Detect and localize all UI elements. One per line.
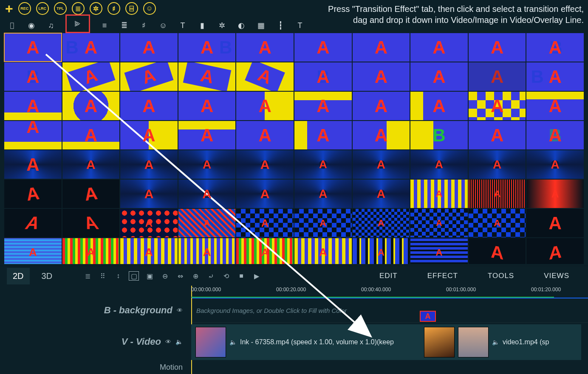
transition-tile[interactable]: A	[236, 238, 294, 264]
transition-tile[interactable]: A	[178, 238, 236, 264]
transition-tile[interactable]: A	[4, 209, 62, 237]
transition-tile[interactable]: A	[469, 209, 526, 237]
transition-tile[interactable]: A	[353, 150, 410, 179]
transition-tile[interactable]: A	[294, 92, 352, 120]
transition-tile[interactable]: A	[120, 33, 178, 62]
grid-icon[interactable]: ▦	[256, 20, 266, 31]
transition-tile[interactable]: BA	[526, 121, 584, 149]
visibility-icon[interactable]: 👁	[165, 338, 171, 345]
frame-icon[interactable]: ▢	[129, 271, 139, 281]
transition-tile[interactable]: BA	[178, 33, 236, 62]
time-ruler[interactable]: 00:00:00.000 00:00:20.000 00:00:40.000 0…	[191, 286, 588, 298]
transition-tile[interactable]: A	[410, 238, 468, 264]
transition-tile[interactable]: A	[526, 209, 584, 237]
align-icon[interactable]: ≣	[83, 271, 92, 281]
track-label-motion[interactable]: Motion	[0, 361, 183, 373]
transition-tile[interactable]: A	[469, 121, 526, 149]
transition-tile[interactable]: A	[294, 180, 352, 208]
tab-2d[interactable]: 2D	[7, 268, 30, 284]
transition-tile[interactable]: A	[469, 92, 526, 120]
text-icon[interactable]: T	[178, 20, 188, 31]
transition-marker[interactable]: A	[420, 311, 436, 322]
track-label-background[interactable]: B - background 👁	[0, 298, 183, 322]
transition-tile[interactable]: A	[4, 92, 62, 120]
transition-tile[interactable]: A	[294, 238, 352, 264]
track-label-video[interactable]: V - Video 👁 🔈	[0, 322, 183, 361]
transition-tile[interactable]: A	[4, 180, 62, 208]
transition-tile[interactable]: A	[294, 121, 352, 149]
mute-icon[interactable]: 🔈	[492, 339, 499, 346]
transition-tile[interactable]: A	[294, 33, 352, 62]
transition-tile[interactable]: A	[62, 150, 120, 179]
transition-tile[interactable]: BA	[526, 62, 584, 91]
undo-icon[interactable]: ⤾	[206, 271, 215, 281]
transition-tile[interactable]: A	[62, 121, 120, 149]
window-button[interactable]: ⌸	[125, 2, 138, 15]
bars-icon[interactable]: ┇	[275, 20, 286, 31]
menu-views[interactable]: VIEWS	[532, 272, 581, 280]
transition-tile[interactable]: A	[294, 150, 352, 179]
transition-tile[interactable]: A	[294, 209, 352, 237]
sort-icon[interactable]: ↕	[113, 271, 123, 281]
transition-tile[interactable]: A	[178, 62, 236, 91]
sparkle-button[interactable]: ✲	[90, 2, 102, 15]
transition-tile[interactable]: A	[353, 121, 410, 149]
background-lane[interactable]: Background Images, or Double Click to Fi…	[191, 298, 588, 322]
camera-icon[interactable]: ◉	[26, 20, 37, 31]
smiley-icon[interactable]: ☺	[158, 20, 168, 31]
transition-tile[interactable]: A	[62, 238, 120, 264]
zoomin-icon[interactable]: ⊕	[191, 271, 200, 281]
transition-tile[interactable]: A	[4, 238, 62, 264]
transition-tile[interactable]: A	[410, 62, 468, 91]
transition-tile[interactable]: A	[526, 238, 584, 264]
transition-tile[interactable]: A	[4, 121, 62, 149]
transition-tile[interactable]: A	[353, 209, 410, 237]
transition-tile[interactable]: A	[236, 209, 294, 237]
video-clip-2[interactable]: 🔈 video1.mp4 (sp	[420, 324, 581, 360]
transition-tile[interactable]: BA	[62, 33, 120, 62]
fit-icon[interactable]: ⇔	[175, 271, 185, 281]
transition-tile[interactable]: A	[526, 180, 584, 208]
transition-tile[interactable]: A	[120, 62, 178, 91]
transition-tile[interactable]: A	[120, 180, 178, 208]
transition-tile[interactable]: A	[469, 150, 526, 179]
transition-tile[interactable]: A	[236, 180, 294, 208]
transition-tile[interactable]: A	[178, 121, 236, 149]
transition-tile[interactable]: A	[236, 92, 294, 120]
music-icon[interactable]: ♫	[46, 20, 56, 31]
zoomout-icon[interactable]: ⊖	[160, 271, 170, 281]
tab-3d[interactable]: 3D	[36, 268, 59, 284]
mute-icon[interactable]: 🔈	[229, 339, 237, 346]
transition-tile[interactable]: A	[410, 180, 468, 208]
transition-tile[interactable]: A	[236, 121, 294, 149]
transition-tile[interactable]: BA	[526, 33, 584, 62]
add-icon[interactable]: +	[5, 1, 13, 17]
transition-tile[interactable]: A	[469, 62, 526, 91]
transition-tile[interactable]: A	[62, 92, 120, 120]
transition-tile[interactable]: A	[410, 209, 468, 237]
transition-tile[interactable]: A	[353, 33, 410, 62]
stop-icon[interactable]: ■	[237, 271, 246, 281]
redo-icon[interactable]: ⟲	[221, 271, 231, 281]
transition-tile[interactable]: A	[62, 62, 120, 91]
list2-icon[interactable]: ≣	[119, 20, 129, 31]
transition-tile[interactable]: A	[526, 92, 584, 120]
transition-tile[interactable]: A	[469, 33, 526, 62]
transition-tile[interactable]: B	[410, 121, 468, 149]
transition-tile[interactable]: A	[236, 33, 294, 62]
transition-tile[interactable]: BA	[4, 62, 62, 91]
transition-tile[interactable]: A	[236, 150, 294, 179]
grid-icon[interactable]: ⠿	[98, 271, 107, 281]
transition-tile[interactable]: A	[178, 180, 236, 208]
transition-tile[interactable]: A	[236, 62, 294, 91]
profile-button[interactable]: ☺	[143, 2, 156, 15]
transition-tile[interactable]: A	[353, 62, 410, 91]
transition-tile[interactable]: A	[62, 180, 120, 208]
visibility-icon[interactable]: 👁	[177, 307, 183, 314]
transition-tile[interactable]: A	[410, 92, 468, 120]
video-lane[interactable]: 🔈 Ink - 67358.mp4 (speed x 1.00, volume …	[191, 322, 588, 361]
transition-tile[interactable]: A	[410, 33, 468, 62]
transition-tile[interactable]: A	[410, 150, 468, 179]
transition-tile[interactable]: A	[120, 121, 178, 149]
transition-tile[interactable]: A	[353, 92, 410, 120]
